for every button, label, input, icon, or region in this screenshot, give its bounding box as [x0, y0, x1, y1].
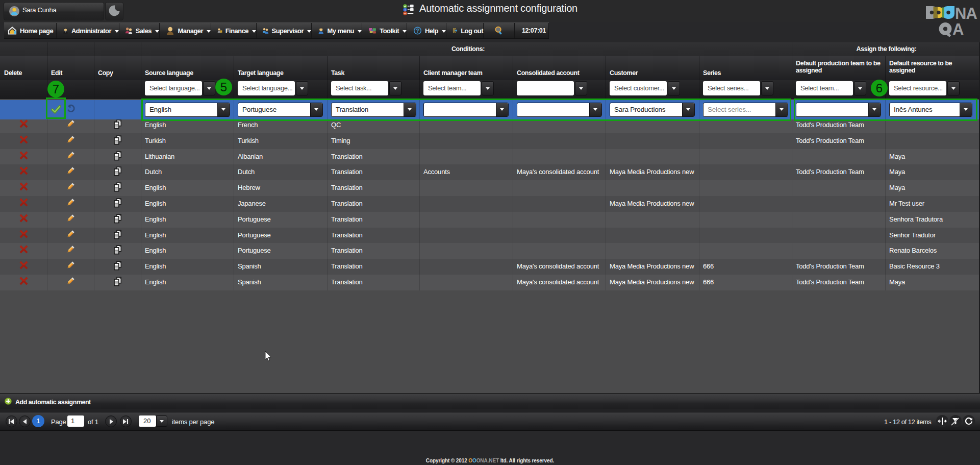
svg-text:?: ?: [416, 28, 419, 34]
svg-text:NA: NA: [955, 5, 977, 22]
svg-text:A: A: [952, 20, 964, 38]
